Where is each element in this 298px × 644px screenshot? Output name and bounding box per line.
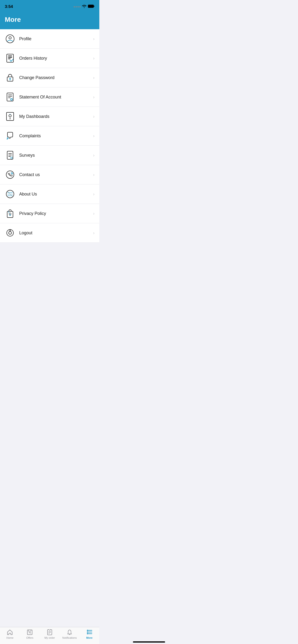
menu-item-logout[interactable]: Logout ›	[0, 223, 99, 243]
menu-item-change-password[interactable]: Change Password ›	[0, 68, 99, 88]
complaints-icon	[5, 130, 15, 141]
statement-of-account-label: Statement Of Account	[19, 95, 93, 100]
complaints-label: Complaints	[19, 134, 93, 138]
chevron-icon: ›	[93, 56, 95, 61]
svg-rect-0	[88, 5, 94, 8]
privacy-icon	[5, 208, 15, 219]
menu-item-statement-of-account[interactable]: Statement Of Account ›	[0, 88, 99, 107]
content-area: Profile › Orders History ›	[0, 29, 99, 264]
about-icon	[5, 189, 15, 199]
page-title: More	[5, 16, 95, 24]
statement-icon	[5, 92, 15, 102]
profile-icon	[5, 34, 15, 44]
svg-point-24	[11, 158, 12, 158]
svg-rect-7	[8, 58, 11, 59]
menu-item-orders-history[interactable]: Orders History ›	[0, 49, 99, 68]
svg-text:⠿: ⠿	[9, 118, 11, 120]
battery-icon	[88, 4, 95, 9]
contact-us-label: Contact us	[19, 172, 93, 177]
menu-item-surveys[interactable]: Surveys ›	[0, 146, 99, 165]
about-us-label: About Us	[19, 192, 93, 197]
svg-rect-6	[8, 57, 12, 58]
menu-item-contact-us[interactable]: Contact us ›	[0, 165, 99, 184]
signal-icon	[74, 6, 81, 8]
svg-point-9	[9, 78, 11, 80]
password-icon	[5, 72, 15, 83]
orders-icon	[5, 53, 15, 64]
chevron-icon: ›	[93, 230, 95, 236]
surveys-icon	[5, 150, 15, 160]
svg-rect-1	[94, 6, 95, 7]
contact-icon	[5, 170, 15, 180]
chevron-icon: ›	[93, 192, 95, 197]
chevron-icon: ›	[93, 95, 95, 100]
chevron-icon: ›	[93, 75, 95, 80]
svg-rect-5	[8, 56, 12, 56]
logout-label: Logout	[19, 230, 93, 236]
profile-label: Profile	[19, 36, 93, 42]
dashboard-icon: ⠿	[5, 111, 15, 122]
orders-history-label: Orders History	[19, 56, 93, 61]
menu-item-complaints[interactable]: Complaints ›	[0, 126, 99, 146]
menu-item-profile[interactable]: Profile ›	[0, 29, 99, 49]
svg-point-36	[9, 232, 12, 234]
status-time: 3:54	[5, 4, 13, 9]
chevron-icon: ›	[93, 134, 95, 138]
menu-list: Profile › Orders History ›	[0, 29, 99, 243]
privacy-policy-label: Privacy Policy	[19, 211, 93, 216]
my-dashboards-label: My Dashboards	[19, 114, 93, 119]
wifi-icon	[82, 4, 86, 9]
chevron-icon: ›	[93, 36, 95, 42]
chevron-icon: ›	[93, 211, 95, 216]
chevron-icon: ›	[93, 114, 95, 119]
page-header: More	[0, 12, 99, 29]
status-bar: 3:54	[0, 0, 99, 12]
chevron-icon: ›	[93, 172, 95, 177]
logout-icon	[5, 228, 15, 238]
svg-rect-4	[7, 54, 14, 62]
change-password-label: Change Password	[19, 75, 93, 80]
menu-item-privacy-policy[interactable]: Privacy Policy ›	[0, 204, 99, 223]
status-icons	[74, 4, 95, 9]
menu-item-about-us[interactable]: About Us ›	[0, 184, 99, 204]
svg-point-16	[9, 114, 11, 117]
surveys-label: Surveys	[19, 153, 93, 158]
menu-item-my-dashboards[interactable]: ⠿ My Dashboards ›	[0, 107, 99, 126]
svg-point-3	[9, 37, 11, 39]
svg-point-25	[6, 171, 14, 178]
chevron-icon: ›	[93, 153, 95, 158]
